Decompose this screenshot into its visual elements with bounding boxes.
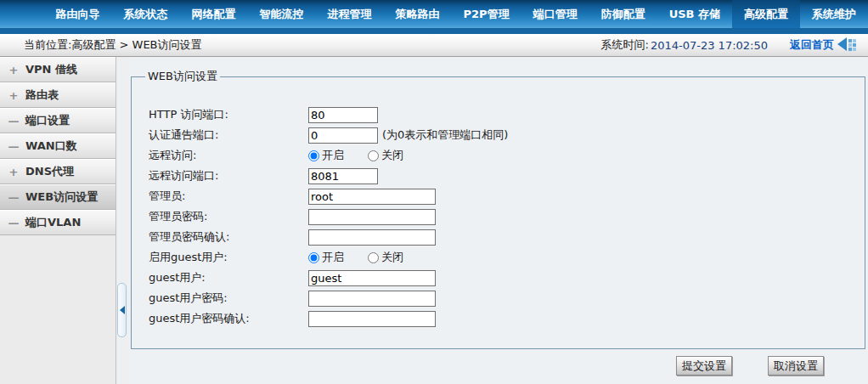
back-home-arrow-icon[interactable] [837,37,860,54]
http-port-input[interactable] [308,107,378,123]
minus-icon: — [7,115,20,127]
nav-item-router-wizard[interactable]: 路由向导 [44,0,112,28]
sidebar-item-label: 端口设置 [25,113,70,128]
form-buttons-row: 提交设置 取消设置 [128,356,868,376]
breadcrumb-bar: 当前位置:高级配置 > WEB访问设置 系统时间: 2014-07-23 17:… [0,34,868,57]
plus-icon: + [7,64,20,76]
plus-icon: + [7,166,20,178]
submit-settings-button[interactable]: 提交设置 [676,356,732,376]
form-row-guest-user: guest用户: [132,268,865,288]
nav-item-usb-storage[interactable]: USB 存储 [657,0,732,28]
collapse-arrow-icon [120,306,125,314]
web-access-panel: WEB访问设置 HTTP 访问端口: 认证通告端口: (为0表示和管理端口相同)… [131,69,865,349]
nav-item-policy-route[interactable]: 策略路由 [384,0,452,28]
panel-title: WEB访问设置 [145,69,220,84]
sidebar-item-label: VPN 借线 [25,62,77,77]
minus-icon: — [7,191,20,204]
system-time-label: 系统时间: [601,37,649,53]
guest-enable-on-label: 开启 [322,250,344,265]
nav-item-defense-config[interactable]: 防御配置 [589,0,657,28]
sidebar-item-wan-count[interactable]: — WAN口数 [0,133,116,159]
remote-access-off-radio[interactable] [368,150,379,161]
sidebar-item-dns-proxy[interactable]: + DNS代理 [0,159,116,184]
plus-icon: + [7,89,20,102]
guest-password-input[interactable] [308,291,436,307]
guest-password-confirm-label: guest用户密码确认: [149,311,308,326]
main-content: WEB访问设置 HTTP 访问端口: 认证通告端口: (为0表示和管理端口相同)… [128,57,868,384]
nav-item-system-maint[interactable]: 系统维护 [800,0,868,28]
guest-user-label: guest用户: [149,270,308,285]
sidebar-item-label: 路由表 [25,88,59,103]
sidebar-collapse-handle[interactable] [117,283,127,337]
sidebar-item-port-settings[interactable]: — 端口设置 [0,108,116,133]
sidebar-item-route-table[interactable]: + 路由表 [0,82,116,108]
nav-substrip [0,28,868,34]
admin-user-input[interactable] [308,189,436,205]
nav-item-advanced-config[interactable]: 高级配置 [732,0,800,28]
guest-password-confirm-input[interactable] [308,311,436,327]
auth-port-input[interactable] [308,127,378,144]
admin-password-label: 管理员密码: [149,209,308,224]
remote-port-label: 远程访问端口: [149,168,308,184]
admin-password-input[interactable] [308,209,436,225]
auth-port-note: (为0表示和管理端口相同) [382,127,508,143]
back-home-link[interactable]: 返回首页 [790,37,834,53]
nav-item-network-config[interactable]: 网络配置 [180,0,248,28]
form-row-remote-port: 远程访问端口: [132,166,865,186]
guest-user-input[interactable] [308,270,436,286]
form-row-remote-access: 远程访问: 开启 关闭 [132,145,865,166]
guest-enable-label: 启用guest用户: [149,250,308,265]
form-row-admin-password: 管理员密码: [132,206,865,227]
guest-enable-off-radio[interactable] [368,252,379,263]
sidebar-item-label: WEB访问设置 [25,189,98,205]
remote-access-off-label: 关闭 [381,148,403,163]
form-row-guest-enable: 启用guest用户: 开启 关闭 [132,247,865,268]
form-row-admin-password-confirm: 管理员密码确认: [132,227,865,247]
guest-password-label: guest用户密码: [149,291,308,306]
remote-port-input[interactable] [308,168,378,184]
admin-password-confirm-label: 管理员密码确认: [149,229,308,245]
remote-access-on-label: 开启 [322,148,344,163]
admin-user-label: 管理员: [149,189,308,204]
form-row-auth-port: 认证通告端口: (为0表示和管理端口相同) [132,125,865,145]
sidebar-item-web-access[interactable]: — WEB访问设置 [0,184,116,210]
breadcrumb: 当前位置:高级配置 > WEB访问设置 [0,37,202,53]
form-row-http-port: HTTP 访问端口: [132,104,865,125]
nav-item-p2p-mgmt[interactable]: P2P管理 [452,0,521,28]
form-row-guest-password: guest用户密码: [132,288,865,308]
auth-port-label: 认证通告端口: [149,127,308,143]
top-nav: 路由向导 系统状态 网络配置 智能流控 进程管理 策略路由 P2P管理 端口管理… [0,0,868,28]
sidebar-item-label: WAN口数 [25,138,77,154]
system-time-value: 2014-07-23 17:02:50 [651,39,768,52]
guest-enable-on-radio[interactable] [308,252,319,263]
cancel-settings-button[interactable]: 取消设置 [768,356,824,376]
form-row-guest-password-confirm: guest用户密码确认: [132,308,865,329]
http-port-label: HTTP 访问端口: [149,107,308,122]
nav-item-process-mgmt[interactable]: 进程管理 [316,0,384,28]
guest-enable-off-label: 关闭 [381,250,403,265]
remote-access-on-radio[interactable] [308,150,319,161]
sidebar: + VPN 借线 + 路由表 — 端口设置 — WAN口数 + DNS代理 — … [0,57,116,384]
sidebar-item-vpn-line[interactable]: + VPN 借线 [0,57,116,82]
sidebar-item-label: DNS代理 [25,164,74,179]
nav-item-system-status[interactable]: 系统状态 [112,0,180,28]
minus-icon: — [7,140,20,153]
sidebar-item-label: 端口VLAN [25,215,81,230]
nav-item-port-mgmt[interactable]: 端口管理 [521,0,589,28]
admin-password-confirm-input[interactable] [308,229,436,246]
sidebar-splitter [117,57,128,384]
nav-item-smart-qos[interactable]: 智能流控 [248,0,316,28]
minus-icon: — [7,217,20,229]
form-row-admin-user: 管理员: [132,186,865,206]
remote-access-label: 远程访问: [149,148,308,163]
sidebar-item-port-vlan[interactable]: — 端口VLAN [0,210,116,235]
